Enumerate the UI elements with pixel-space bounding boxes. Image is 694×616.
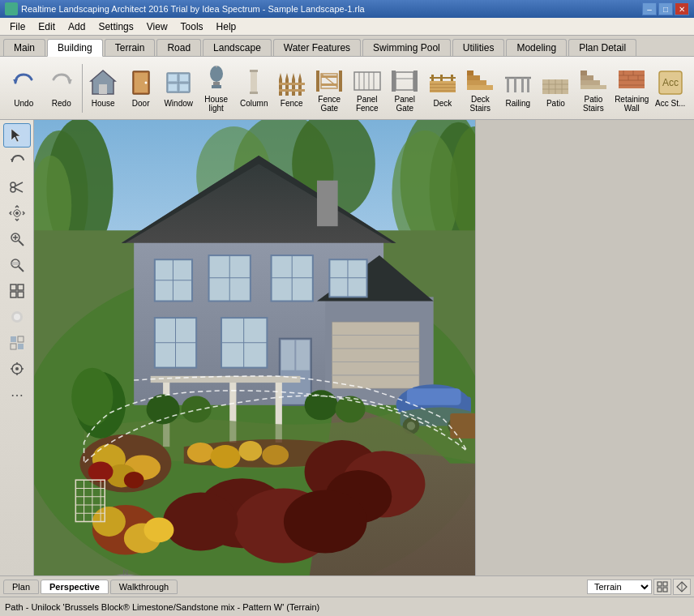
svg-rect-31 xyxy=(279,89,305,92)
view-tab-walkthrough[interactable]: Walkthrough xyxy=(110,580,178,594)
retaining-wall-icon xyxy=(617,64,646,93)
svg-rect-20 xyxy=(251,72,257,92)
house-tool[interactable]: House xyxy=(84,61,122,116)
snap-tool[interactable] xyxy=(3,357,31,381)
undo-tool[interactable] xyxy=(3,149,31,173)
patio-tool[interactable]: Patio xyxy=(537,61,575,116)
undo-button[interactable]: Undo xyxy=(5,61,43,116)
tab-modeling[interactable]: Modeling xyxy=(506,39,567,56)
viewport[interactable]: N xyxy=(34,120,475,575)
view-tab-perspective[interactable]: Perspective xyxy=(41,580,109,594)
menu-file[interactable]: File xyxy=(3,19,32,34)
tab-water-features[interactable]: Water Features xyxy=(273,39,361,56)
view-btn-1[interactable] xyxy=(653,579,671,595)
svg-point-175 xyxy=(124,472,144,489)
panel-gate-tool[interactable]: Panel Gate xyxy=(386,61,424,116)
door-tool[interactable]: Door xyxy=(122,61,160,116)
svg-rect-61 xyxy=(514,78,516,92)
fence-gate-icon xyxy=(315,64,344,93)
maximize-button[interactable]: □ xyxy=(658,2,673,15)
acc-tool[interactable]: Acc Acc St... xyxy=(651,61,689,116)
zoom-area-tool[interactable] xyxy=(3,253,31,277)
view-tab-plan[interactable]: Plan xyxy=(3,580,39,594)
tab-plan-detail[interactable]: Plan Detail xyxy=(568,39,636,56)
svg-point-89 xyxy=(15,212,19,215)
tab-road[interactable]: Road xyxy=(156,39,201,56)
menu-help[interactable]: Help xyxy=(210,19,243,34)
fog-tool[interactable] xyxy=(3,305,31,329)
svg-rect-106 xyxy=(18,344,24,349)
patio-stairs-icon xyxy=(579,64,608,93)
window-icon xyxy=(164,68,193,97)
deck-tool[interactable]: Deck xyxy=(424,61,462,116)
svg-rect-99 xyxy=(11,292,16,297)
more-tools[interactable]: ⋯ xyxy=(3,383,31,407)
grid-tool[interactable] xyxy=(3,331,31,355)
patio-stairs-tool[interactable]: Patio Stairs xyxy=(575,61,613,116)
menu-add[interactable]: Add xyxy=(62,19,92,34)
svg-rect-103 xyxy=(11,336,16,342)
close-button[interactable]: ✕ xyxy=(675,2,689,15)
railing-tool[interactable]: Railing xyxy=(499,61,538,116)
retaining-wall-tool[interactable]: Retaining Wall xyxy=(612,61,651,116)
svg-point-15 xyxy=(210,66,223,82)
svg-rect-33 xyxy=(339,71,342,92)
zoom-in-tool[interactable] xyxy=(3,227,31,251)
svg-rect-58 xyxy=(467,71,473,75)
undo-icon xyxy=(9,68,38,97)
pan-tool[interactable] xyxy=(3,201,31,225)
svg-rect-30 xyxy=(279,83,305,85)
tab-terrain[interactable]: Terrain xyxy=(105,39,156,56)
menu-tools[interactable]: Tools xyxy=(174,19,210,34)
svg-line-91 xyxy=(19,241,24,246)
house-light-icon xyxy=(202,64,231,93)
view-btn-2[interactable] xyxy=(673,579,691,595)
svg-point-196 xyxy=(144,517,174,542)
tab-swimming-pool[interactable]: Swimming Pool xyxy=(362,39,451,56)
zoom-fit-tool[interactable] xyxy=(3,279,31,303)
menu-settings[interactable]: Settings xyxy=(92,19,139,34)
svg-rect-16 xyxy=(213,82,220,85)
deck-stairs-tool[interactable]: Deck Stairs xyxy=(461,61,499,116)
svg-point-192 xyxy=(163,493,238,551)
svg-rect-14 xyxy=(180,84,188,91)
house-light-tool[interactable]: House light xyxy=(197,61,235,116)
landscape-view: N xyxy=(34,120,475,575)
svg-rect-72 xyxy=(580,75,593,80)
svg-rect-105 xyxy=(11,344,16,349)
tab-utilities[interactable]: Utilities xyxy=(452,39,505,56)
menu-view[interactable]: View xyxy=(140,19,174,34)
svg-rect-73 xyxy=(580,71,587,75)
deck-stairs-icon xyxy=(465,64,495,93)
fence-icon xyxy=(277,68,306,97)
fence-gate-tool[interactable]: Fence Gate xyxy=(311,61,349,116)
menu-edit[interactable]: Edit xyxy=(32,19,62,34)
column-tool[interactable]: Column xyxy=(235,61,273,116)
svg-rect-97 xyxy=(11,284,16,290)
svg-rect-104 xyxy=(18,336,24,342)
scissors-tool[interactable] xyxy=(3,175,31,199)
redo-icon xyxy=(47,68,76,97)
svg-rect-74 xyxy=(619,71,645,88)
svg-marker-26 xyxy=(279,73,282,79)
toolbar: Undo Redo House Door xyxy=(0,57,694,120)
svg-marker-27 xyxy=(285,73,289,79)
title-text: Realtime Landscaping Architect 2016 Tria… xyxy=(21,4,642,14)
svg-rect-56 xyxy=(467,80,486,85)
view-controls-right: Terrain All None xyxy=(587,579,691,595)
terrain-dropdown[interactable]: Terrain All None xyxy=(587,580,652,594)
redo-button[interactable]: Redo xyxy=(43,61,81,116)
svg-point-174 xyxy=(88,462,114,482)
minimize-button[interactable]: – xyxy=(642,2,657,15)
panel-fence-tool[interactable]: Panel Fence xyxy=(349,61,387,116)
tab-main[interactable]: Main xyxy=(3,39,45,56)
svg-point-178 xyxy=(238,441,262,461)
svg-point-7 xyxy=(144,82,147,84)
select-tool[interactable] xyxy=(3,123,31,148)
tab-building[interactable]: Building xyxy=(47,39,103,57)
fence-tool[interactable]: Fence xyxy=(272,61,311,116)
tab-landscape[interactable]: Landscape xyxy=(203,39,272,56)
window-tool[interactable]: Window xyxy=(160,61,198,116)
statusbar: Path - Unilock 'Brussels Block® Limeston… xyxy=(0,597,694,616)
svg-rect-100 xyxy=(18,292,24,297)
